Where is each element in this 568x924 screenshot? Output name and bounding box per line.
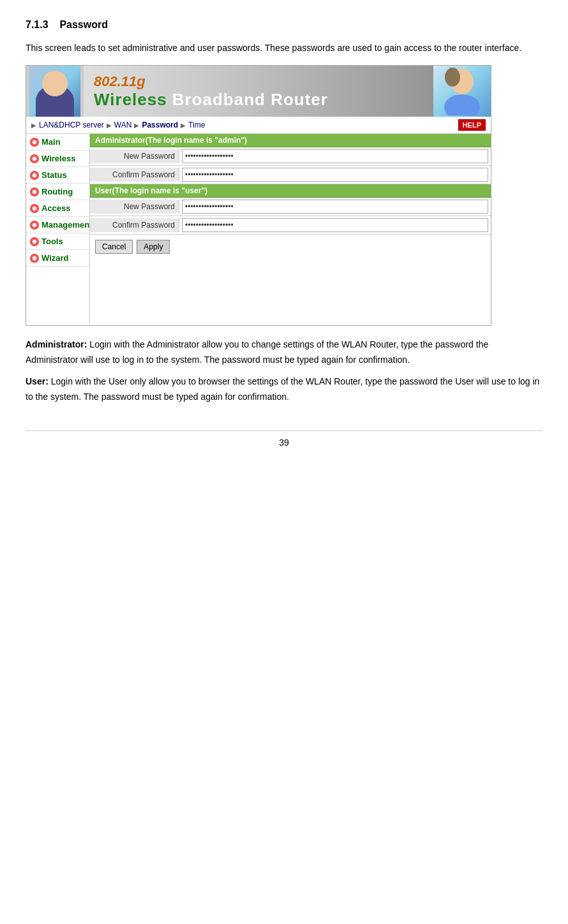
sidebar-label-management: Management	[41, 220, 92, 230]
nav-arrow-2: ▶	[107, 122, 112, 129]
nav-arrow-3: ▶	[134, 122, 139, 129]
admin-confirm-password-input[interactable]	[182, 168, 488, 182]
sidebar-icon-access	[30, 204, 39, 213]
banner-left-image	[26, 66, 84, 117]
banner-right-image	[433, 66, 491, 117]
sidebar-label-wireless: Wireless	[41, 154, 75, 163]
sidebar-item-wizard[interactable]: Wizard	[26, 250, 89, 267]
sidebar-item-main[interactable]: Main	[26, 134, 89, 150]
nav-lan-dhcp[interactable]: LAN&DHCP server	[39, 121, 104, 129]
nav-time[interactable]: Time	[188, 121, 205, 129]
section-title: Password	[59, 19, 108, 30]
banner-model: 802.11g	[94, 73, 423, 90]
sidebar-item-access[interactable]: Access	[26, 200, 89, 217]
sidebar-icon-management	[30, 221, 39, 230]
banner-wireless: Wireless	[94, 90, 167, 110]
admin-description: Administrator: Login with the Administra…	[26, 337, 542, 368]
svg-point-1	[444, 94, 480, 115]
admin-section-bar: Administrator(The login name is "admin")	[90, 134, 491, 147]
sidebar-item-status[interactable]: Status	[26, 167, 89, 184]
section-number: 7.1.3	[26, 19, 49, 30]
sidebar-label-access: Access	[41, 203, 71, 213]
user-new-password-input[interactable]	[182, 200, 488, 214]
intro-text: This screen leads to set administrative …	[26, 41, 542, 55]
help-button[interactable]: HELP	[458, 119, 486, 131]
sidebar-label-main: Main	[41, 137, 61, 147]
admin-new-password-label: New Password	[90, 149, 179, 163]
admin-new-password-row: New Password	[90, 147, 491, 166]
user-confirm-password-label: Confirm Password	[90, 218, 179, 232]
sidebar-item-tools[interactable]: Tools	[26, 233, 89, 250]
admin-confirm-password-row: Confirm Password	[90, 166, 491, 184]
router-body: Main Wireless Status Routing Access Mana…	[26, 134, 491, 325]
svg-point-2	[445, 68, 460, 87]
user-description-label: User:	[26, 376, 49, 386]
description-text: Administrator: Login with the Administra…	[26, 337, 542, 404]
user-description-body: Login with the User only allow you to br…	[26, 376, 539, 402]
banner-title-area: 802.11g Wireless Broadband Router	[84, 68, 433, 115]
sidebar-label-tools: Tools	[41, 237, 63, 246]
sidebar-icon-wireless	[30, 154, 39, 163]
user-confirm-password-input[interactable]	[182, 218, 488, 232]
router-main-panel: Administrator(The login name is "admin")…	[90, 134, 491, 325]
sidebar-item-wireless[interactable]: Wireless	[26, 150, 89, 167]
sidebar-icon-wizard	[30, 254, 39, 263]
admin-new-password-input[interactable]	[182, 149, 488, 163]
user-section-bar: User(The login name is "user")	[90, 184, 491, 198]
cancel-button[interactable]: Cancel	[95, 240, 133, 254]
admin-confirm-password-label: Confirm Password	[90, 168, 179, 182]
user-confirm-password-row: Confirm Password	[90, 216, 491, 235]
router-sidebar: Main Wireless Status Routing Access Mana…	[26, 134, 90, 325]
router-nav: ▶ LAN&DHCP server ▶ WAN ▶ Password ▶ Tim…	[26, 117, 491, 134]
sidebar-label-status: Status	[41, 170, 67, 180]
page-number: 39	[26, 430, 542, 448]
nav-arrow-1: ▶	[31, 122, 36, 129]
sidebar-label-routing: Routing	[41, 187, 73, 196]
sidebar-item-routing[interactable]: Routing	[26, 184, 89, 200]
user-description: User: Login with the User only allow you…	[26, 374, 542, 405]
user-new-password-row: New Password	[90, 198, 491, 216]
sidebar-icon-status	[30, 171, 39, 180]
sidebar-item-management[interactable]: Management	[26, 217, 89, 233]
sidebar-icon-main	[30, 138, 39, 147]
nav-arrow-4: ▶	[181, 122, 186, 129]
sidebar-label-wizard: Wizard	[41, 253, 69, 263]
sidebar-icon-tools	[30, 237, 39, 246]
user-new-password-label: New Password	[90, 200, 179, 214]
banner-right-svg	[440, 68, 484, 115]
form-buttons: Cancel Apply	[90, 235, 491, 259]
apply-button[interactable]: Apply	[137, 240, 170, 254]
section-heading: 7.1.3 Password	[26, 19, 542, 31]
admin-description-label: Administrator:	[26, 339, 87, 349]
nav-wan[interactable]: WAN	[114, 121, 132, 129]
sidebar-icon-routing	[30, 187, 39, 196]
router-banner: 802.11g Wireless Broadband Router	[26, 66, 491, 117]
nav-password[interactable]: Password	[142, 121, 178, 129]
admin-description-body: Login with the Administrator allow you t…	[26, 339, 488, 365]
banner-broadband: Broadband Router	[172, 90, 328, 110]
banner-person-image	[29, 66, 80, 117]
router-screenshot: 802.11g Wireless Broadband Router ▶ LAN&…	[26, 65, 491, 326]
